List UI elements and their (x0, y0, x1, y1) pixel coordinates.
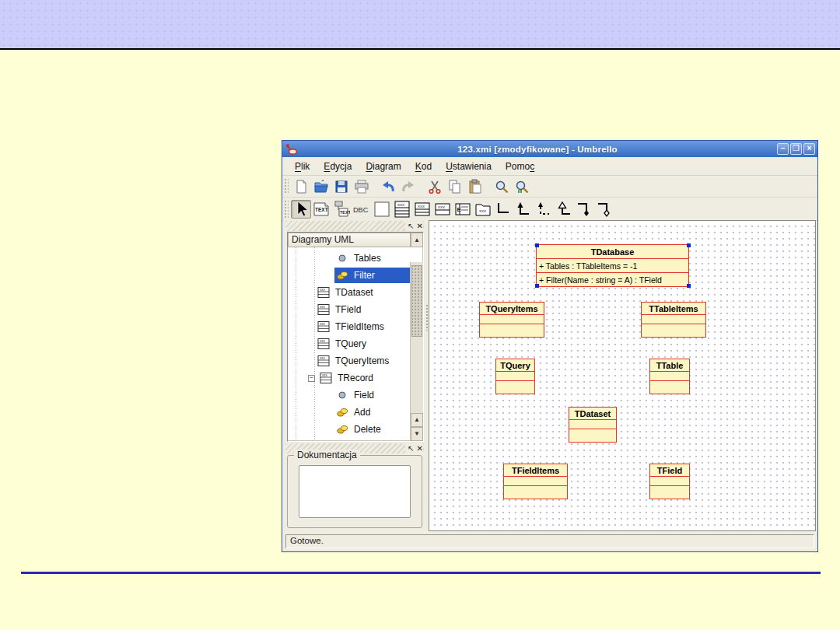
tree-item-trecord[interactable]: −xxxTRecord (308, 370, 376, 386)
attribute-icon (336, 253, 348, 264)
tree-item-tables[interactable]: Tables (336, 250, 383, 266)
class-box-tfield[interactable]: TField (649, 464, 690, 499)
class-box-ttable[interactable]: TTable (649, 359, 690, 394)
diagram-tree: Diagramy UML ▲ ▲ ▼ TablesFilterxxxTDatas… (287, 232, 424, 442)
class-box-ttableitems[interactable]: TTableItems (641, 302, 706, 338)
tree-scroll-up-icon[interactable]: ▲ (411, 233, 423, 247)
tree-scrollbar[interactable]: ▲ ▼ (410, 262, 423, 441)
uni-association-tool-icon[interactable] (513, 200, 534, 219)
selection-handle[interactable] (535, 243, 539, 247)
umbrello-window: 123.xmi [zmodyfikowane] - Umbrello –❒× P… (282, 140, 818, 552)
class-box-tqueryitems[interactable]: TQueryItems (479, 302, 544, 338)
tree-item-delete[interactable]: Delete (336, 422, 383, 437)
tree-item-tfielditems[interactable]: xxxTFieldItems (317, 319, 387, 334)
tree-item-label: TField (333, 304, 363, 315)
open-document-icon[interactable] (311, 177, 331, 196)
anchor-tool-icon[interactable]: TEXT (331, 200, 352, 219)
slide: 123.xmi [zmodyfikowane] - Umbrello –❒× P… (0, 0, 840, 630)
selection-handle[interactable] (687, 243, 691, 247)
association-tool-icon[interactable] (493, 200, 513, 219)
composition-tool-icon[interactable] (574, 200, 594, 219)
zoom-in-icon[interactable] (492, 177, 512, 196)
svg-text:xxx: xxx (438, 205, 445, 209)
toolbar-grip[interactable] (284, 178, 289, 195)
menu-item-plik[interactable]: Plik (289, 159, 316, 173)
toolbar-grip[interactable] (284, 200, 289, 218)
tree-header[interactable]: Diagramy UML (288, 233, 411, 247)
tree-item-filter[interactable]: Filter (334, 268, 410, 283)
tree-scroll-up2-icon[interactable]: ▲ (411, 413, 423, 427)
redo-icon[interactable] (398, 177, 418, 196)
attribute-icon (336, 390, 348, 401)
dbc-tool-icon[interactable]: DBC (352, 200, 372, 219)
new-document-icon[interactable] (291, 177, 311, 196)
tree-scroll-thumb[interactable] (411, 265, 422, 337)
tree-item-tqueryitems[interactable]: xxxTQueryItems (317, 353, 391, 369)
interface-tool-icon[interactable]: xxx (412, 200, 432, 219)
maximize-button[interactable]: ❒ (790, 143, 802, 155)
svg-text:xxx: xxx (320, 339, 326, 343)
umbrello-app-icon (285, 143, 298, 156)
class-box-tfielditems[interactable]: TFieldItems (503, 464, 568, 499)
dock-close-icon[interactable]: ✕ (417, 443, 423, 453)
svg-text:TEXT: TEXT (315, 207, 328, 212)
menu-item-diagram[interactable]: Diagram (359, 159, 407, 173)
datatype-tool-icon[interactable]: xxx (432, 200, 453, 219)
select-tool-icon[interactable] (291, 200, 311, 219)
class-operations (480, 324, 544, 337)
tree-item-tfield[interactable]: xxxTField (317, 302, 363, 317)
tree-dock-handle[interactable]: ↖ ✕ (285, 221, 424, 231)
package-tool-icon[interactable]: xxx (473, 200, 493, 219)
note-tool-icon[interactable]: TEXT (311, 200, 331, 219)
class-icon: xxx (317, 321, 330, 332)
tree-item-tdataset[interactable]: xxxTDataset (317, 285, 376, 300)
copy-icon[interactable] (445, 177, 465, 196)
tree-item-label: Filter (352, 270, 377, 281)
minimize-button[interactable]: – (777, 143, 789, 155)
svg-text:E: E (457, 206, 462, 213)
selection-handle[interactable] (687, 284, 691, 288)
class-attributes (569, 420, 616, 429)
tree-item-add[interactable]: Add (336, 404, 373, 420)
paste-icon[interactable] (465, 177, 485, 196)
documentation-title: Dokumentacja (294, 450, 360, 460)
menu-item-edycja[interactable]: Edycja (317, 159, 358, 173)
dock-float-icon[interactable]: ↖ (408, 443, 414, 453)
dock-float-icon[interactable]: ↖ (408, 221, 414, 231)
print-icon[interactable] (352, 177, 372, 196)
documentation-groupbox: Dokumentacja (287, 455, 422, 528)
window-title: 123.xmi [zmodyfikowane] - Umbrello (298, 145, 777, 154)
class-operations (496, 381, 534, 394)
class-box-tdatabase[interactable]: TDatabase+ Tables : TTableItems = -1+ Fi… (536, 244, 689, 287)
class-name: TTable (650, 359, 689, 372)
close-button[interactable]: × (803, 143, 815, 155)
aggregation-tool-icon[interactable] (594, 200, 614, 219)
enum-tool-icon[interactable]: E (453, 200, 473, 219)
cut-icon[interactable] (425, 177, 445, 196)
selection-handle[interactable] (535, 284, 539, 288)
class-tool-icon[interactable]: xxx (392, 200, 412, 219)
dependency-tool-icon[interactable] (534, 200, 554, 219)
menu-item-kod[interactable]: Kod (409, 159, 438, 173)
menu-item-pomoc[interactable]: Pomoc (499, 159, 541, 173)
zoom-original-icon[interactable] (512, 177, 532, 196)
box-tool-icon[interactable] (372, 200, 392, 219)
class-box-tquery[interactable]: TQuery (495, 359, 535, 394)
svg-text:xxx: xxx (479, 208, 486, 213)
save-document-icon[interactable] (331, 177, 352, 196)
diagram-canvas[interactable]: TDatabase+ Tables : TTableItems = -1+ Fi… (429, 220, 816, 531)
tree-expander-icon[interactable]: − (308, 375, 315, 382)
undo-icon[interactable] (378, 177, 398, 196)
class-attributes (480, 315, 544, 324)
generalization-tool-icon[interactable] (554, 200, 574, 219)
class-box-tdataset[interactable]: TDataset (569, 407, 617, 443)
tree-item-tquery[interactable]: xxxTQuery (317, 336, 369, 352)
dock-close-icon[interactable]: ✕ (417, 221, 423, 231)
tree-item-field[interactable]: Field (336, 387, 376, 403)
class-attributes: + Tables : TTableItems = -1 (537, 259, 688, 273)
tree-scroll-down-icon[interactable]: ▼ (411, 427, 423, 441)
svg-text:xxx: xxx (320, 305, 326, 309)
documentation-textarea[interactable] (299, 465, 411, 518)
menu-item-ustawienia[interactable]: Ustawienia (439, 159, 498, 173)
titlebar[interactable]: 123.xmi [zmodyfikowane] - Umbrello –❒× (282, 141, 817, 157)
